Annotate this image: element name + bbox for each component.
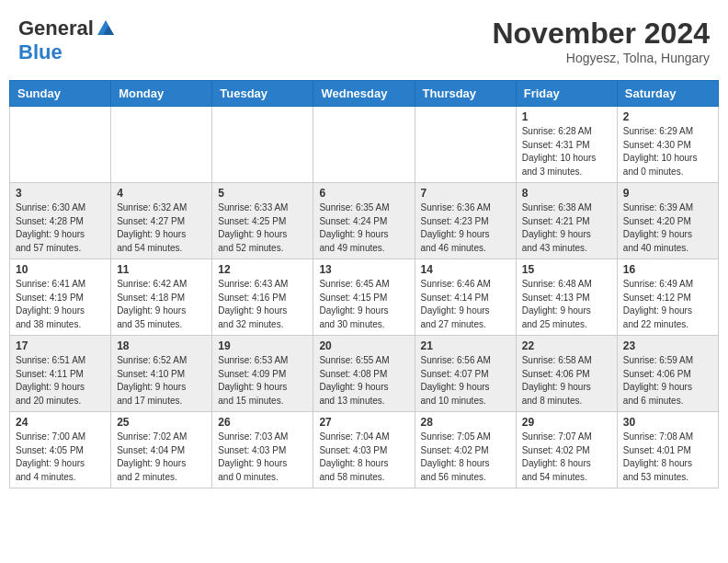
location-subtitle: Hogyesz, Tolna, Hungary xyxy=(492,51,710,65)
day-info: Sunrise: 7:04 AM Sunset: 4:03 PM Dayligh… xyxy=(319,431,408,484)
day-info: Sunrise: 6:41 AM Sunset: 4:19 PM Dayligh… xyxy=(16,278,105,331)
calendar-day-cell: 14Sunrise: 6:46 AM Sunset: 4:14 PM Dayli… xyxy=(415,259,516,336)
calendar-day-cell: 10Sunrise: 6:41 AM Sunset: 4:19 PM Dayli… xyxy=(10,259,111,336)
day-number: 30 xyxy=(623,416,712,429)
day-number: 25 xyxy=(117,416,206,429)
calendar-day-cell: 30Sunrise: 7:08 AM Sunset: 4:01 PM Dayli… xyxy=(617,412,718,488)
day-number: 7 xyxy=(421,187,510,200)
logo: General Blue xyxy=(18,17,116,64)
day-number: 3 xyxy=(16,187,105,200)
day-info: Sunrise: 6:29 AM Sunset: 4:30 PM Dayligh… xyxy=(623,125,712,178)
day-info: Sunrise: 6:38 AM Sunset: 4:21 PM Dayligh… xyxy=(522,201,611,255)
title-area: November 2024 Hogyesz, Tolna, Hungary xyxy=(492,17,710,65)
calendar-day-cell: 6Sunrise: 6:35 AM Sunset: 4:24 PM Daylig… xyxy=(313,183,415,259)
day-number: 5 xyxy=(218,187,307,200)
calendar-day-cell xyxy=(415,107,516,183)
day-info: Sunrise: 6:30 AM Sunset: 4:28 PM Dayligh… xyxy=(16,201,105,255)
logo-icon xyxy=(96,18,116,39)
calendar-day-cell: 28Sunrise: 7:05 AM Sunset: 4:02 PM Dayli… xyxy=(415,412,516,488)
day-number: 23 xyxy=(623,339,712,352)
calendar-day-cell xyxy=(111,107,212,183)
calendar-day-cell: 16Sunrise: 6:49 AM Sunset: 4:12 PM Dayli… xyxy=(617,259,718,336)
weekday-header: Tuesday xyxy=(212,81,313,107)
calendar-day-cell: 11Sunrise: 6:42 AM Sunset: 4:18 PM Dayli… xyxy=(111,259,212,336)
calendar-header-row: SundayMondayTuesdayWednesdayThursdayFrid… xyxy=(10,81,719,107)
day-info: Sunrise: 6:53 AM Sunset: 4:09 PM Dayligh… xyxy=(218,354,307,408)
day-info: Sunrise: 7:03 AM Sunset: 4:03 PM Dayligh… xyxy=(218,431,307,484)
day-number: 12 xyxy=(218,263,307,276)
month-title: November 2024 xyxy=(492,17,710,51)
day-number: 13 xyxy=(319,263,408,276)
weekday-header: Friday xyxy=(516,81,617,107)
weekday-header: Wednesday xyxy=(313,81,415,107)
calendar-day-cell: 23Sunrise: 6:59 AM Sunset: 4:06 PM Dayli… xyxy=(617,336,718,412)
calendar-day-cell: 26Sunrise: 7:03 AM Sunset: 4:03 PM Dayli… xyxy=(212,412,313,488)
calendar-day-cell: 13Sunrise: 6:45 AM Sunset: 4:15 PM Dayli… xyxy=(313,259,415,336)
day-info: Sunrise: 6:46 AM Sunset: 4:14 PM Dayligh… xyxy=(421,278,510,331)
day-info: Sunrise: 6:51 AM Sunset: 4:11 PM Dayligh… xyxy=(16,354,105,408)
calendar-day-cell: 18Sunrise: 6:52 AM Sunset: 4:10 PM Dayli… xyxy=(111,336,212,412)
calendar-day-cell: 12Sunrise: 6:43 AM Sunset: 4:16 PM Dayli… xyxy=(212,259,313,336)
day-info: Sunrise: 7:08 AM Sunset: 4:01 PM Dayligh… xyxy=(623,431,712,484)
weekday-header: Thursday xyxy=(415,81,516,107)
day-info: Sunrise: 7:02 AM Sunset: 4:04 PM Dayligh… xyxy=(117,431,206,484)
day-info: Sunrise: 6:55 AM Sunset: 4:08 PM Dayligh… xyxy=(319,354,408,408)
day-number: 6 xyxy=(319,187,408,200)
day-number: 10 xyxy=(16,263,105,276)
day-number: 20 xyxy=(319,339,408,352)
calendar-week-row: 1Sunrise: 6:28 AM Sunset: 4:31 PM Daylig… xyxy=(10,107,719,183)
day-number: 28 xyxy=(421,416,510,429)
day-number: 26 xyxy=(218,416,307,429)
day-number: 18 xyxy=(117,339,206,352)
calendar-day-cell: 17Sunrise: 6:51 AM Sunset: 4:11 PM Dayli… xyxy=(10,336,111,412)
day-info: Sunrise: 6:56 AM Sunset: 4:07 PM Dayligh… xyxy=(421,354,510,408)
calendar-day-cell: 29Sunrise: 7:07 AM Sunset: 4:02 PM Dayli… xyxy=(516,412,617,488)
day-number: 8 xyxy=(522,187,611,200)
calendar-day-cell: 22Sunrise: 6:58 AM Sunset: 4:06 PM Dayli… xyxy=(516,336,617,412)
day-number: 9 xyxy=(623,187,712,200)
day-number: 24 xyxy=(16,416,105,429)
calendar-day-cell: 24Sunrise: 7:00 AM Sunset: 4:05 PM Dayli… xyxy=(10,412,111,488)
calendar-week-row: 17Sunrise: 6:51 AM Sunset: 4:11 PM Dayli… xyxy=(10,336,719,412)
calendar-day-cell: 3Sunrise: 6:30 AM Sunset: 4:28 PM Daylig… xyxy=(10,183,111,259)
calendar-week-row: 3Sunrise: 6:30 AM Sunset: 4:28 PM Daylig… xyxy=(10,183,719,259)
day-info: Sunrise: 6:52 AM Sunset: 4:10 PM Dayligh… xyxy=(117,354,206,408)
day-number: 27 xyxy=(319,416,408,429)
weekday-header: Monday xyxy=(111,81,212,107)
calendar-day-cell: 9Sunrise: 6:39 AM Sunset: 4:20 PM Daylig… xyxy=(617,183,718,259)
day-info: Sunrise: 7:07 AM Sunset: 4:02 PM Dayligh… xyxy=(522,431,611,484)
calendar-week-row: 24Sunrise: 7:00 AM Sunset: 4:05 PM Dayli… xyxy=(10,412,719,488)
calendar-day-cell: 7Sunrise: 6:36 AM Sunset: 4:23 PM Daylig… xyxy=(415,183,516,259)
calendar-day-cell: 21Sunrise: 6:56 AM Sunset: 4:07 PM Dayli… xyxy=(415,336,516,412)
day-number: 29 xyxy=(522,416,611,429)
day-info: Sunrise: 6:49 AM Sunset: 4:12 PM Dayligh… xyxy=(623,278,712,331)
calendar-table: SundayMondayTuesdayWednesdayThursdayFrid… xyxy=(9,80,719,488)
day-number: 16 xyxy=(623,263,712,276)
logo-general-text: General xyxy=(18,17,94,40)
calendar-day-cell xyxy=(313,107,415,183)
day-info: Sunrise: 6:43 AM Sunset: 4:16 PM Dayligh… xyxy=(218,278,307,331)
day-info: Sunrise: 6:48 AM Sunset: 4:13 PM Dayligh… xyxy=(522,278,611,331)
day-info: Sunrise: 6:32 AM Sunset: 4:27 PM Dayligh… xyxy=(117,201,206,255)
calendar-day-cell: 8Sunrise: 6:38 AM Sunset: 4:21 PM Daylig… xyxy=(516,183,617,259)
day-info: Sunrise: 6:58 AM Sunset: 4:06 PM Dayligh… xyxy=(522,354,611,408)
calendar-day-cell: 27Sunrise: 7:04 AM Sunset: 4:03 PM Dayli… xyxy=(313,412,415,488)
day-info: Sunrise: 6:45 AM Sunset: 4:15 PM Dayligh… xyxy=(319,278,408,331)
weekday-header: Saturday xyxy=(617,81,718,107)
day-info: Sunrise: 6:42 AM Sunset: 4:18 PM Dayligh… xyxy=(117,278,206,331)
calendar-day-cell xyxy=(212,107,313,183)
day-info: Sunrise: 6:35 AM Sunset: 4:24 PM Dayligh… xyxy=(319,201,408,255)
calendar-day-cell: 15Sunrise: 6:48 AM Sunset: 4:13 PM Dayli… xyxy=(516,259,617,336)
day-number: 15 xyxy=(522,263,611,276)
day-info: Sunrise: 7:00 AM Sunset: 4:05 PM Dayligh… xyxy=(16,431,105,484)
calendar-day-cell: 20Sunrise: 6:55 AM Sunset: 4:08 PM Dayli… xyxy=(313,336,415,412)
calendar-day-cell: 19Sunrise: 6:53 AM Sunset: 4:09 PM Dayli… xyxy=(212,336,313,412)
day-number: 22 xyxy=(522,339,611,352)
logo-blue-text: Blue xyxy=(18,40,63,63)
day-number: 17 xyxy=(16,339,105,352)
day-info: Sunrise: 6:59 AM Sunset: 4:06 PM Dayligh… xyxy=(623,354,712,408)
day-info: Sunrise: 6:36 AM Sunset: 4:23 PM Dayligh… xyxy=(421,201,510,255)
calendar-day-cell: 5Sunrise: 6:33 AM Sunset: 4:25 PM Daylig… xyxy=(212,183,313,259)
day-info: Sunrise: 6:39 AM Sunset: 4:20 PM Dayligh… xyxy=(623,201,712,255)
day-number: 1 xyxy=(522,110,611,123)
